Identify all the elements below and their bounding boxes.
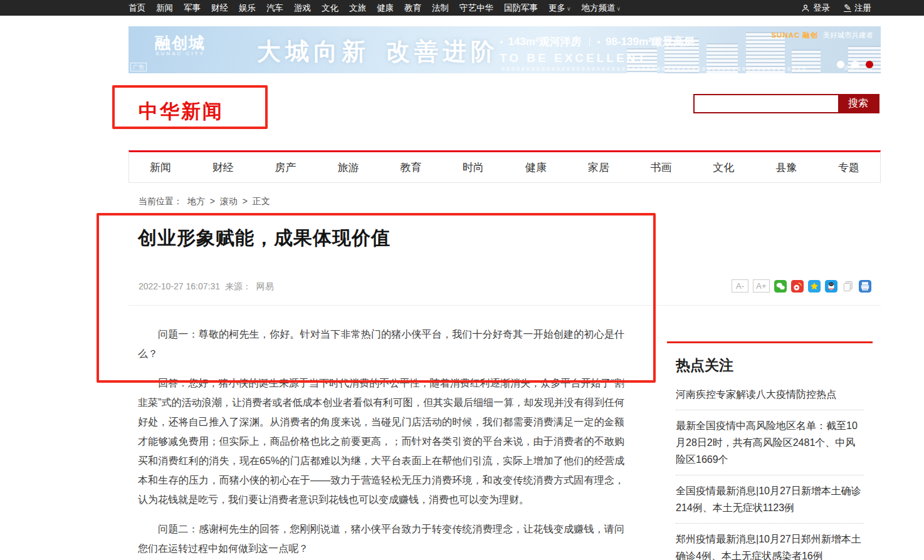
banner-headline-part2: 改善进阶 [386, 36, 499, 68]
nav-item-calligraphy[interactable]: 书画 [630, 152, 693, 182]
carousel-dots [837, 61, 873, 68]
login-label: 登录 [813, 3, 830, 14]
banner-feature-2: 98-139m²瞰景高层 [606, 34, 695, 49]
nav-item-special[interactable]: 专题 [817, 152, 880, 182]
banner-feature-1: 143m²观河洋房 [508, 34, 581, 49]
sunac-corner-logo: SUNAC 融创 [771, 31, 818, 40]
bullet-icon: ● [597, 39, 601, 45]
nav-item-home[interactable]: 家居 [567, 152, 630, 182]
sidebar-title: 热点关注 [676, 356, 864, 375]
top-nav-health[interactable]: 健康 [377, 3, 394, 14]
top-nav-defense[interactable]: 国防军事 [504, 3, 538, 14]
top-nav-education[interactable]: 教育 [404, 3, 421, 14]
article-meta: 2022-10-27 16:07:31 来源： 网易 [139, 281, 276, 293]
chevron-down-icon: ∨ [617, 6, 621, 12]
account-area: 登录 ✎ 注册 [801, 0, 871, 16]
sidebar-news-link[interactable]: 最新全国疫情中高风险地区名单：截至10月28日2时，共有高风险区2481个、中风… [676, 410, 864, 475]
wechat-share-icon[interactable] [774, 280, 787, 293]
nav-item-culture[interactable]: 文化 [692, 152, 755, 182]
sunac-city-logo-en: SUNAC CITY [155, 51, 206, 56]
search-button[interactable]: 搜索 [838, 95, 878, 112]
top-nav-games[interactable]: 游戏 [294, 3, 311, 14]
nav-item-finance[interactable]: 财经 [192, 152, 255, 182]
nav-item-fashion[interactable]: 时尚 [442, 152, 505, 182]
article-title: 创业形象赋能，成果体现价值 [138, 226, 391, 251]
page: 首页 新闻 军事 财经 娱乐 汽车 游戏 文化 文旅 健康 教育 法制 守艺中华… [0, 0, 924, 560]
person-icon [801, 4, 810, 13]
breadcrumb-current: 正文 [253, 196, 270, 206]
print-icon[interactable] [859, 280, 871, 293]
breadcrumb-prefix: 当前位置： [139, 196, 182, 206]
breadcrumb-level2[interactable]: 滚动 [220, 196, 238, 206]
sunac-city-logo: 融创城 SUNAC CITY [155, 34, 206, 56]
nav-item-travel[interactable]: 旅游 [317, 152, 379, 182]
ad-tag: 广告 [130, 63, 147, 71]
top-nav-news[interactable]: 新闻 [156, 3, 173, 14]
article-source[interactable]: 网易 [256, 281, 274, 291]
top-utility-bar: 首页 新闻 军事 财经 娱乐 汽车 游戏 文化 文旅 健康 教育 法制 守艺中华… [0, 0, 924, 16]
weibo-share-icon[interactable] [791, 280, 804, 293]
nav-item-news[interactable]: 新闻 [129, 152, 192, 182]
register-button[interactable]: ✎ 注册 [844, 3, 871, 14]
section-nav: 新闻 财经 房产 旅游 教育 时尚 健康 家居 书画 文化 县豫 专题 [129, 150, 881, 183]
divider [589, 38, 590, 46]
top-nav-local-channels[interactable]: 地方频道∨ [582, 3, 621, 14]
font-increase-button[interactable]: A+ [753, 279, 770, 293]
nav-item-health[interactable]: 健康 [505, 152, 567, 182]
article-paragraph: 问题一：尊敬的柯先生，你好。针对当下非常热门的猪小侠平台，我们十分好奇其一开始创… [138, 324, 624, 363]
chevron-down-icon: ∨ [567, 6, 571, 12]
top-nav-military[interactable]: 军事 [184, 3, 201, 14]
font-decrease-button[interactable]: A- [732, 279, 748, 293]
sidebar-list: 河南疾控专家解读八大疫情防控热点 最新全国疫情中高风险地区名单：截至10月28日… [667, 379, 873, 560]
top-nav: 首页 新闻 军事 财经 娱乐 汽车 游戏 文化 文旅 健康 教育 法制 守艺中华… [129, 0, 621, 16]
sidebar-news-link[interactable]: 郑州疫情最新消息|10月27日郑州新增本土确诊4例、本土无症状感染者16例 [676, 524, 864, 560]
top-nav-channels-label: 地方频道 [582, 3, 616, 13]
search-bar: 搜索 [693, 94, 879, 113]
top-nav-culture[interactable]: 文化 [322, 3, 339, 14]
copy-icon[interactable] [842, 280, 854, 293]
banner-headline-part1: 大城向新 [257, 36, 370, 68]
top-nav-travel-culture[interactable]: 文旅 [349, 3, 366, 14]
banner-corner-branding: SUNAC 融创 美好城市共建者 [771, 31, 873, 40]
nav-item-county[interactable]: 县豫 [755, 152, 817, 182]
banner-features: ● 143m²观河洋房 ● 98-139m²瞰景高层 [500, 34, 695, 49]
article-paragraph: 回答：您好，猪小侠的诞生来源于当下时代消费的不公平性，随着消费红利逐渐消失，众多… [138, 373, 624, 509]
article-source-label: 来源： [225, 281, 251, 291]
pencil-icon: ✎ [844, 4, 851, 12]
sunac-city-logo-cn: 融创城 [155, 34, 206, 51]
carousel-dot-active[interactable] [866, 61, 873, 68]
login-button[interactable]: 登录 [801, 3, 830, 14]
carousel-dot[interactable] [851, 61, 859, 68]
nav-item-realestate[interactable]: 房产 [255, 152, 317, 182]
carousel-dot[interactable] [837, 61, 844, 68]
top-nav-finance[interactable]: 财经 [211, 3, 228, 14]
article-body: 问题一：尊敬的柯先生，你好。针对当下非常热门的猪小侠平台，我们十分好奇其一开始创… [138, 324, 624, 560]
top-nav-law[interactable]: 法制 [432, 3, 449, 14]
top-nav-heritage[interactable]: 守艺中华 [459, 3, 493, 14]
article-timestamp: 2022-10-27 16:07:31 [139, 281, 220, 291]
qzone-share-icon[interactable] [808, 280, 821, 293]
top-nav-home[interactable]: 首页 [129, 3, 145, 14]
banner-disclaimer-strip [501, 67, 806, 71]
breadcrumb-separator: > [243, 196, 248, 206]
top-nav-auto[interactable]: 汽车 [266, 3, 283, 14]
sidebar-news-link[interactable]: 全国疫情最新消息|10月27日新增本土确诊214例、本土无症状1123例 [676, 475, 864, 524]
breadcrumb-level1[interactable]: 地方 [187, 196, 205, 206]
breadcrumb-separator: > [210, 196, 215, 206]
corner-slogan: 美好城市共建者 [823, 31, 874, 40]
top-nav-more[interactable]: 更多∨ [549, 3, 571, 14]
register-label: 注册 [854, 3, 871, 14]
top-nav-entertainment[interactable]: 娱乐 [239, 3, 256, 14]
divider [129, 305, 881, 306]
banner-ad[interactable]: 融创城 SUNAC CITY 大城向新 改善进阶 ● 143m²观河洋房 ● 9… [129, 26, 881, 73]
bullet-icon: ● [500, 39, 503, 45]
article-paragraph: 问题二：感谢柯先生的回答，您刚刚说道，猪小侠平台致力于转变传统消费理念，让花钱变… [138, 519, 624, 558]
top-nav-more-label: 更多 [549, 3, 565, 13]
nav-item-education[interactable]: 教育 [379, 152, 442, 182]
site-logo[interactable]: 中华新闻 [139, 98, 224, 125]
search-input[interactable] [695, 95, 838, 112]
article-toolbar: A- A+ [732, 279, 871, 293]
qq-share-icon[interactable] [825, 280, 837, 293]
breadcrumb: 当前位置： 地方 > 滚动 > 正文 [139, 196, 273, 207]
sidebar-news-link[interactable]: 河南疾控专家解读八大疫情防控热点 [676, 379, 864, 410]
